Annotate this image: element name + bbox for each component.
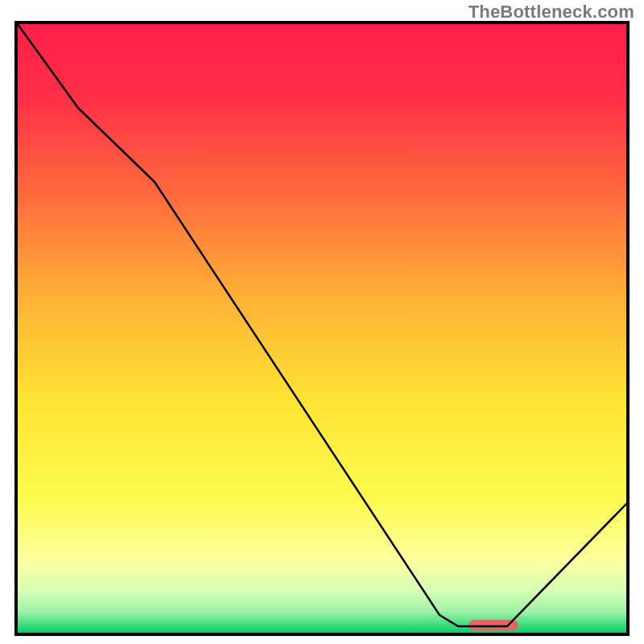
- chart-background: [18, 24, 626, 633]
- chart-frame: [14, 21, 630, 636]
- watermark-text: TheBottleneck.com: [469, 2, 634, 23]
- chart-svg: [18, 24, 626, 633]
